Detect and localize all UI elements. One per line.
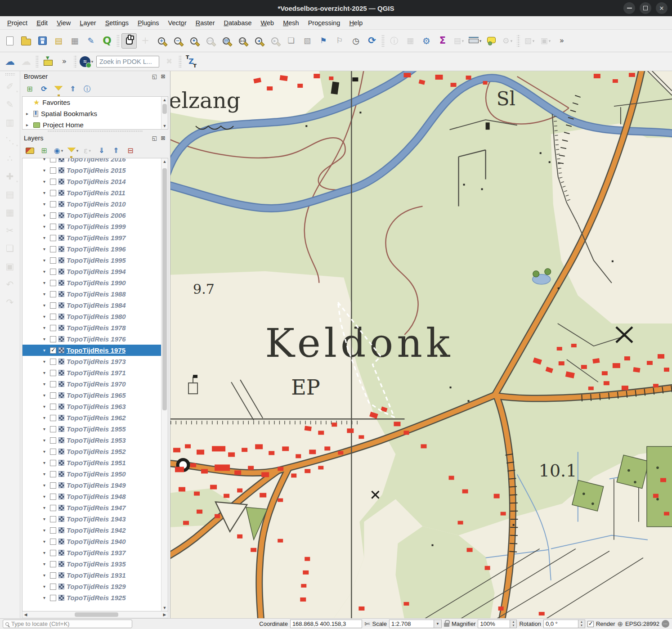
layer-visibility-checkbox[interactable] — [50, 257, 56, 264]
save-project-button[interactable] — [35, 33, 50, 49]
menu-project[interactable]: Project — [3, 18, 32, 28]
expander-icon[interactable]: ▾ — [43, 550, 48, 555]
zoom-to-selection-button[interactable]: ▭ — [202, 33, 218, 49]
layer-visibility-checkbox[interactable] — [50, 269, 56, 275]
layer-visibility-checkbox[interactable] — [50, 314, 56, 320]
expander-icon[interactable]: ▾ — [43, 202, 48, 207]
chevron-down-icon[interactable]: ▼ — [434, 620, 442, 628]
expander-icon[interactable]: ▾ — [43, 449, 48, 454]
layer-row-topotijdreis-1963[interactable]: ▾TopoTijdReis 1963 — [22, 401, 168, 412]
save-layer-edits-button[interactable]: ▥ — [1, 114, 18, 131]
dropdown-caret-icon[interactable]: ▾ — [16, 144, 18, 148]
collapse-all-button[interactable]: ⇑ — [110, 144, 122, 157]
expander-icon[interactable]: ▾ — [43, 595, 48, 600]
menu-edit[interactable]: Edit — [32, 18, 52, 28]
layer-visibility-checkbox[interactable] — [50, 415, 56, 421]
layer-row-topotijdreis-1995[interactable]: ▾TopoTijdReis 1995 — [22, 255, 168, 266]
open-attribute-table-button[interactable]: ▤▾ — [451, 33, 466, 49]
dropdown-caret-icon[interactable]: ▾ — [549, 39, 551, 43]
identify-features-button[interactable]: ⓘ — [386, 33, 402, 49]
dropdown-caret-icon[interactable]: ▾ — [16, 90, 18, 94]
dropdown-caret-icon[interactable]: ▾ — [16, 180, 18, 184]
locate-bar[interactable] — [3, 620, 132, 628]
layer-row-topotijdreis-1943[interactable]: ▾TopoTijdReis 1943 — [22, 513, 168, 525]
menu-mesh[interactable]: Mesh — [278, 18, 303, 28]
browser-item-favorites[interactable]: ★Favorites — [22, 97, 168, 108]
scale-input[interactable] — [389, 620, 434, 628]
expander-icon[interactable]: ▾ — [43, 528, 48, 533]
modify-attributes-button[interactable]: ▤ — [1, 186, 18, 203]
clear-pdok-search-button[interactable]: ✖ — [161, 54, 177, 69]
browser-item-project-home[interactable]: ▸Project Home — [22, 119, 168, 130]
layer-visibility-checkbox[interactable] — [50, 572, 56, 579]
layer-visibility-checkbox[interactable] — [50, 370, 56, 376]
expander-icon[interactable]: ▾ — [43, 348, 48, 353]
expander-icon[interactable]: ▾ — [43, 235, 48, 240]
messages-icon[interactable]: ⋯ — [662, 620, 669, 628]
layer-row-topotijdreis-1990[interactable]: ▾TopoTijdReis 1990 — [22, 277, 168, 288]
layer-row-topotijdreis-1970[interactable]: ▾TopoTijdReis 1970 — [22, 378, 168, 390]
expander-icon[interactable]: ▾ — [43, 303, 48, 308]
toolbar-overflow-button[interactable]: » — [554, 33, 569, 49]
layers-float-button[interactable]: ◱ — [151, 135, 158, 142]
layer-row-topotijdreis-1975[interactable]: ▾TopoTijdReis 1975 — [22, 345, 168, 356]
menu-help[interactable]: Help — [345, 18, 367, 28]
coordinate-toggle-icon[interactable]: ✄ — [364, 620, 370, 628]
zoom-native-button[interactable]: 1:1 — [235, 33, 250, 49]
filter-browser-button[interactable] — [52, 83, 65, 95]
select-features-button[interactable]: ▧▾ — [522, 33, 537, 49]
show-layout-manager-button[interactable]: ▦ — [67, 33, 82, 49]
layer-visibility-checkbox[interactable] — [50, 280, 56, 286]
zoom-out-button[interactable]: − — [170, 33, 185, 49]
dropdown-caret-icon[interactable]: ▾ — [89, 148, 91, 153]
layer-visibility-checkbox[interactable] — [50, 347, 56, 354]
layer-row-topotijdreis-1931[interactable]: ▾TopoTijdReis 1931 — [22, 570, 168, 581]
layer-row-topotijdreis-1942[interactable]: ▾TopoTijdReis 1942 — [22, 525, 168, 536]
lock-icon[interactable] — [444, 623, 449, 627]
dropdown-caret-icon[interactable]: ▾ — [61, 148, 63, 153]
refresh-map-button[interactable]: ⟳ — [364, 33, 380, 49]
browser-item-spatial-bookmarks[interactable]: ▸Spatial Bookmarks — [22, 108, 168, 119]
layer-row-topotijdreis-1950[interactable]: ▾TopoTijdReis 1950 — [22, 468, 168, 480]
layer-visibility-checkbox[interactable] — [50, 224, 56, 230]
layer-row-topotijdreis-1994[interactable]: ▾TopoTijdReis 1994 — [22, 266, 168, 277]
expander-icon[interactable]: ▾ — [43, 472, 48, 476]
menu-database[interactable]: Database — [219, 18, 256, 28]
expander-icon[interactable]: ▾ — [43, 562, 48, 566]
expander-icon[interactable]: ▾ — [43, 247, 48, 252]
minimize-button[interactable] — [623, 2, 635, 14]
expander-icon[interactable]: ▾ — [43, 415, 48, 420]
add-group-button[interactable]: ⊞ — [38, 144, 50, 157]
filter-legend-button[interactable]: ▾ — [67, 144, 79, 157]
layer-visibility-checkbox[interactable] — [50, 404, 56, 410]
expander-icon[interactable]: ▾ — [43, 517, 48, 521]
measure-line-button[interactable]: ▾ — [467, 33, 483, 49]
expander-icon[interactable]: ▾ — [43, 494, 48, 499]
expander-icon[interactable]: ▾ — [43, 438, 48, 443]
layer-row-topotijdreis-1997[interactable]: ▾TopoTijdReis 1997 — [22, 232, 168, 243]
pan-map-button[interactable] — [121, 33, 137, 49]
add-record-button[interactable]: ∴ — [1, 150, 18, 167]
layer-row-topotijdreis-1952[interactable]: ▾TopoTijdReis 1952 — [22, 446, 168, 457]
browser-properties-button[interactable]: ⓘ — [81, 83, 94, 95]
run-feature-action-button[interactable]: ⚙▾ — [500, 33, 515, 49]
style-manager-button[interactable]: ✎ — [83, 33, 99, 49]
dropdown-caret-icon[interactable]: ▾ — [76, 148, 79, 153]
layer-row-topotijdreis-1978[interactable]: ▾TopoTijdReis 1978 — [22, 322, 168, 333]
expander-icon[interactable]: ▾ — [43, 483, 48, 488]
rotation-input[interactable] — [543, 620, 578, 628]
zoom-full-extent-button[interactable]: ✦ — [186, 33, 202, 49]
browser-vscrollbar[interactable]: ▲ ▼ — [161, 97, 168, 129]
panel-splitter[interactable] — [47, 130, 143, 132]
layer-row-topotijdreis-1940[interactable]: ▾TopoTijdReis 1940 — [22, 536, 168, 547]
layer-row-topotijdreis-1984[interactable]: ▾TopoTijdReis 1984 — [22, 300, 168, 311]
magnifier-spinbox[interactable]: ▲▼ — [478, 620, 517, 628]
statistical-summary-button[interactable]: ▦ — [403, 33, 418, 49]
new-print-layout-button[interactable]: ▤ — [51, 33, 66, 49]
layer-row-topotijdreis-1955[interactable]: ▾TopoTijdReis 1955 — [22, 423, 168, 435]
layer-visibility-checkbox[interactable] — [50, 505, 56, 511]
expander-icon[interactable]: ▾ — [43, 179, 48, 184]
menu-plugins[interactable]: Plugins — [133, 18, 164, 28]
layer-row-topotijdreis-2015[interactable]: ▾TopoTijdReis 2015 — [22, 165, 168, 176]
layer-row-topotijdreis-1988[interactable]: ▾TopoTijdReis 1988 — [22, 288, 168, 300]
